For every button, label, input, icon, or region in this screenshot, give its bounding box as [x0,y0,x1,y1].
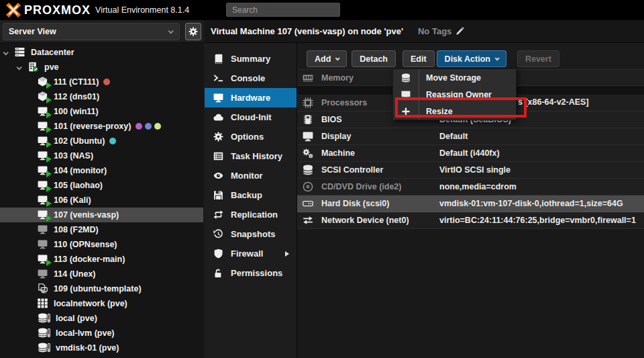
tree-settings-button[interactable] [185,23,201,40]
tree-item-ct-111[interactable]: 111 (CT111) [0,75,203,89]
tab-monitor[interactable]: Monitor [205,166,297,185]
tree-item-label: 114 (Unex) [54,269,96,279]
tree-item-vm-103[interactable]: 103 (NAS) [0,148,203,163]
exchange-icon [303,215,313,226]
shield-icon [213,249,223,259]
tree-item-vm-114[interactable]: 114 (Unex) [0,267,203,281]
view-selector-row: Server View [0,20,203,43]
disk-action-menu: Move Storage Reassign Owner Resize [392,69,517,120]
tree-item-label: 104 (monitor) [54,166,107,175]
tree-item-localnetwork[interactable]: localnetwork (pve) [0,296,203,311]
table-row-hard-disk[interactable]: Hard Disk (scsi0) vmdisk-01:vm-107-disk-… [297,195,644,212]
running-play-icon [46,259,52,266]
tab-task-history[interactable]: Task History [205,146,297,166]
plus-icon [401,107,411,116]
edit-tags-pencil-icon[interactable] [455,27,464,36]
tree-item-label: 106 (Kali) [54,195,91,205]
tag-dot-lime [154,123,161,130]
tab-backup[interactable]: Backup [205,185,297,205]
tree-item-label: 107 (venis-vasp) [54,210,119,220]
table-row-network-device[interactable]: Network Device (net0) virtio=BC:24:11:44… [297,212,644,229]
history-icon [213,229,223,239]
tab-options[interactable]: Options [205,127,297,146]
tree-item-vm-108[interactable]: 108 (F2MD) [0,222,203,237]
hdd-icon [303,198,313,209]
tab-summary[interactable]: Summary [205,49,297,69]
tree-item-pve[interactable]: pve [0,60,203,75]
menu-item-move-storage[interactable]: Move Storage [393,69,516,86]
database-icon [303,165,313,175]
gear-icon [213,132,223,142]
cpu-icon [303,97,313,108]
tab-firewall[interactable]: Firewall [205,244,297,263]
view-selector-label: Server View [9,27,56,36]
tree-item-vm-106[interactable]: 106 (Kali) [0,193,203,208]
tree-item-vm-105[interactable]: 105 (laohao) [0,178,203,193]
tag-dots [103,79,110,85]
top-bar: PROXMOX Virtual Environment 8.1.4 [0,0,644,20]
running-play-icon [46,185,52,192]
storage-icon [38,313,50,323]
chevron-down-icon [495,56,500,60]
tree-item-vm-102[interactable]: 102 (Ubuntu) [0,134,203,148]
tree-item-datacenter[interactable]: Datacenter [0,45,203,60]
menu-item-resize[interactable]: Resize [393,103,516,120]
tree-item-label: 110 (OPNsense) [54,240,117,249]
tree-item-label: 108 (F2MD) [54,225,99,234]
tree-item-ct-112[interactable]: 112 (dns01) [0,89,203,104]
gear-icon [189,27,198,36]
tab-permissions[interactable]: Permissions [205,263,297,283]
server-stack-icon [15,47,25,57]
cloud-icon [213,112,223,122]
tree-item-vm-100[interactable]: 100 (win11) [0,104,203,119]
tab-cloud-init[interactable]: Cloud-Init [205,107,297,127]
tree-item-label: vmdisk-01 (pve) [56,343,119,353]
table-row-machine[interactable]: Machine Default (i440fx) [297,145,644,162]
tree-item-vm-101[interactable]: 101 (reverse-proxy) [0,119,203,134]
tree-item-vm-113[interactable]: 113 (docker-main) [0,252,203,267]
storage-icon [38,328,50,338]
tree-item-label: localnetwork (pve) [54,299,127,308]
table-row-cddvd-drive[interactable]: CD/DVD Drive (ide2) none,media=cdrom [297,179,644,195]
tree-item-vm-104[interactable]: 104 (monitor) [0,163,203,178]
menu-item-reassign-owner[interactable]: Reassign Owner [393,86,516,103]
revert-button[interactable]: Revert [517,50,559,67]
search-input[interactable] [226,3,340,17]
tree-item-label: 101 (reverse-proxy) [54,122,131,131]
vm-nav-panel: Summary Console Hardware Cloud-Init Opti… [205,43,297,358]
tree-item-vm-110[interactable]: 110 (OPNsense) [0,237,203,252]
desktop-icon [401,90,411,99]
view-selector-dropdown[interactable]: Server View [3,23,180,40]
tree-item-label: local-lvm (pve) [56,328,115,338]
add-button[interactable]: Add [307,50,347,67]
eye-icon [213,171,223,181]
tree-item-storage-local-lvm[interactable]: local-lvm (pve) [0,326,203,341]
unlock-icon [213,268,223,278]
tree-item-vm-109-template[interactable]: 109 (ubuntu-template) [0,281,203,296]
tab-console[interactable]: Console [205,69,297,88]
microchip-icon [303,114,313,125]
template-icon [38,283,48,294]
tree-item-label: 105 (laohao) [54,181,103,190]
running-play-icon [46,82,52,89]
tab-snapshots[interactable]: Snapshots [205,224,297,244]
detach-button[interactable]: Detach [352,50,396,67]
table-row-display[interactable]: Display Default [297,128,644,145]
table-row-scsi-controller[interactable]: SCSI Controller VirtIO SCSI single [297,162,644,179]
floppy-icon [213,190,223,200]
running-play-icon [46,171,52,177]
tab-replication[interactable]: Replication [205,205,297,224]
disk-action-button[interactable]: Disk Action [437,50,506,67]
tree-item-storage-local[interactable]: local (pve) [0,311,203,326]
chevron-expand-icon[interactable] [3,48,15,57]
edit-button[interactable]: Edit [402,50,435,67]
resource-tree: Datacenter pve 111 (CT111) 112 (dns01) 1… [0,43,203,355]
vm-stopped-icon [38,239,48,249]
tab-hardware[interactable]: Hardware [205,88,297,107]
database-icon [401,73,411,83]
tree-item-storage-vmdisk-01[interactable]: vmdisk-01 (pve) [0,341,203,355]
running-play-icon [46,141,52,148]
running-play-icon [46,126,52,133]
chevron-expand-icon[interactable] [17,62,28,72]
tree-item-vm-107-selected[interactable]: 107 (venis-vasp) [0,208,203,222]
